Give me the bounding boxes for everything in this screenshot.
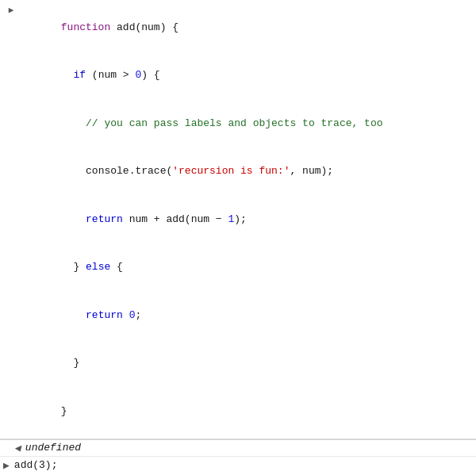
code-line-content-2: if (num > 0) {: [22, 52, 476, 99]
undefined-output: ◀ undefined: [0, 440, 476, 457]
code-line-content-9: }: [22, 388, 476, 435]
code-line-content-3: // you can pass labels and objects to tr…: [22, 100, 476, 147]
code-line-content-4: console.trace('recursion is fun:', num);: [22, 148, 476, 195]
keyword-return: return: [86, 213, 123, 225]
left-arrow-icon: ◀: [14, 442, 21, 454]
line-arrow-1: ▶: [0, 4, 22, 17]
code-text: , num);: [290, 165, 333, 177]
code-line-content-7: return 0;: [22, 292, 476, 339]
code-text: add(num) {: [117, 21, 178, 33]
code-line-7: return 0;: [0, 291, 476, 339]
code-string: 'recursion is fun:': [172, 165, 290, 177]
prompt-arrow-icon: ▶: [3, 459, 10, 472]
code-text: }: [73, 357, 79, 369]
keyword-return: return: [86, 309, 123, 321]
code-indent: [61, 261, 74, 273]
code-line-2: if (num > 0) {: [0, 52, 476, 100]
code-text: [123, 309, 129, 321]
console-input-line: ▶ add(3);: [0, 457, 476, 472]
undefined-text: undefined: [25, 442, 81, 454]
code-indent: [61, 117, 86, 129]
code-text: console.trace(: [86, 165, 172, 177]
code-line-8: }: [0, 339, 476, 388]
console-input-text: add(3);: [14, 459, 58, 471]
code-text: ;: [135, 309, 141, 321]
code-indent: [61, 69, 74, 81]
console-area: ◀ undefined ▶ add(3); ▼ recursion is fun…: [0, 440, 476, 472]
code-text: }: [61, 405, 67, 417]
code-line-6: } else {: [0, 243, 476, 292]
code-indent: [61, 309, 86, 321]
code-line-9: }: [0, 387, 476, 435]
code-text: num + add(num −: [123, 213, 228, 225]
code-line-content-5: return num + add(num − 1);: [22, 196, 476, 243]
keyword-else: else: [86, 261, 110, 273]
code-text: );: [234, 213, 247, 225]
code-text: }: [73, 261, 86, 273]
code-line-4: console.trace('recursion is fun:', num);: [0, 147, 476, 196]
code-indent: [61, 165, 86, 177]
code-line-content-6: } else {: [22, 244, 476, 291]
code-indent: [61, 213, 86, 225]
code-line-5: return num + add(num − 1);: [0, 195, 476, 243]
code-text: ) {: [141, 69, 159, 81]
keyword-if: if: [73, 69, 86, 81]
code-indent: [61, 357, 74, 369]
code-line-content-1: function add(num) {: [22, 4, 476, 51]
code-editor: ▶ function add(num) { if (num > 0) { // …: [0, 0, 476, 439]
code-comment: // you can pass labels and objects to tr…: [86, 117, 382, 129]
code-line-content-8: }: [22, 340, 476, 387]
code-line-1: ▶ function add(num) {: [0, 3, 476, 52]
code-text: (num >: [86, 69, 135, 81]
keyword-function: function: [61, 21, 117, 33]
code-text: {: [110, 261, 123, 273]
code-line-3: // you can pass labels and objects to tr…: [0, 99, 476, 147]
